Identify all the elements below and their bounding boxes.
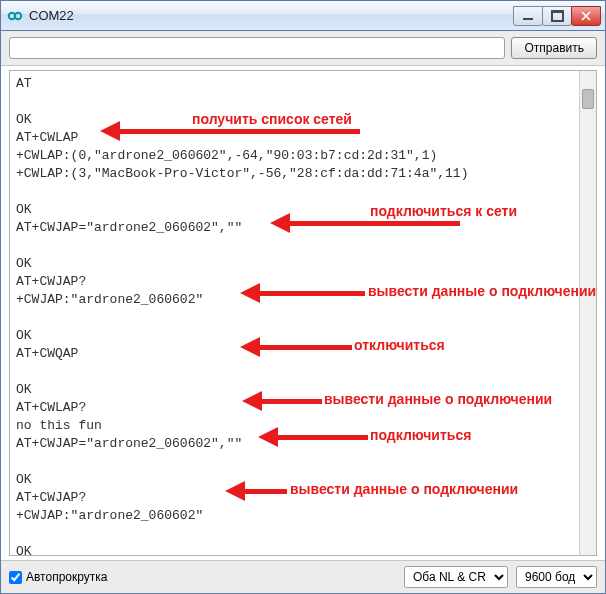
baud-select[interactable]: 9600 бод	[516, 566, 597, 588]
autoscroll-text: Автопрокрутка	[26, 570, 107, 584]
minimize-button[interactable]	[513, 6, 543, 26]
maximize-button[interactable]	[542, 6, 572, 26]
send-input[interactable]	[9, 37, 505, 59]
window-controls	[514, 6, 601, 26]
console-area: AT OK AT+CWLAP +CWLAP:(0,"ardrone2_06060…	[9, 70, 597, 556]
svg-point-1	[15, 12, 21, 18]
titlebar[interactable]: COM22	[1, 1, 605, 31]
console-output[interactable]: AT OK AT+CWLAP +CWLAP:(0,"ardrone2_06060…	[10, 71, 596, 555]
line-ending-select[interactable]: Оба NL & CR	[404, 566, 508, 588]
autoscroll-checkbox[interactable]	[9, 571, 22, 584]
scrollbar-thumb[interactable]	[582, 89, 594, 109]
vertical-scrollbar[interactable]	[579, 71, 596, 555]
close-button[interactable]	[571, 6, 601, 26]
send-button[interactable]: Отправить	[511, 37, 597, 59]
statusbar: Автопрокрутка Оба NL & CR 9600 бод	[1, 560, 605, 593]
serial-monitor-window: COM22 Отправить AT OK AT+CWLAP +CWLAP:(0…	[0, 0, 606, 594]
send-toolbar: Отправить	[1, 31, 605, 66]
window-title: COM22	[29, 8, 514, 23]
arduino-icon	[7, 8, 23, 24]
autoscroll-checkbox-label[interactable]: Автопрокрутка	[9, 570, 107, 584]
